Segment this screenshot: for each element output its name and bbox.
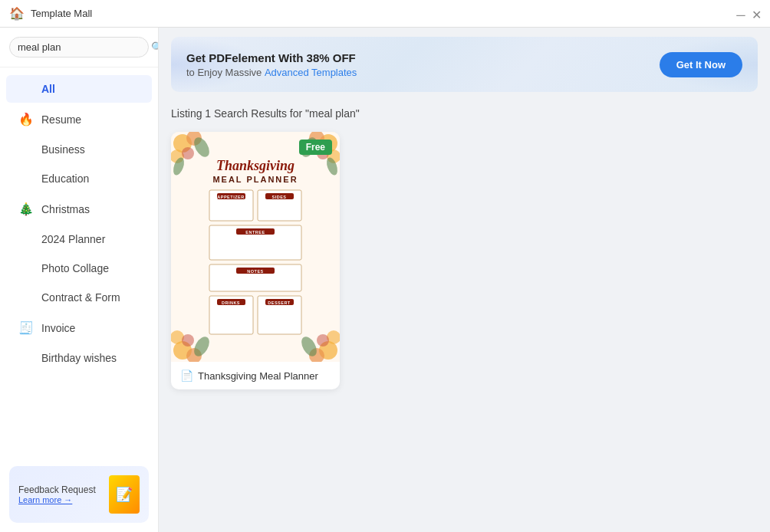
svg-point-16 [182,334,194,346]
sidebar-item-label: Resume [41,113,81,126]
feedback-link[interactable]: Learn more → [18,495,103,504]
sidebar-item-label: All [41,83,55,95]
invoice-icon: 🧾 [18,320,34,335]
title-bar: 🏠 Template Mall ─ ✕ [0,0,770,28]
content-area: Get PDFelement With 38% OFF to Enjoy Mas… [159,28,770,532]
app-icon: 🏠 [9,6,25,21]
sidebar-item-label: Education [41,172,89,185]
banner-title: Get PDFelement With 38% OFF [186,51,357,64]
sidebar-item-photo-collage[interactable]: Photo Collage [6,255,152,282]
card-title: 📄 Thanksgiving Meal Planner [171,362,340,389]
sidebar-item-christmas[interactable]: 🎄 Christmas [6,194,152,224]
sidebar-item-label: Christmas [41,203,90,215]
svg-text:ENTREE: ENTREE [245,230,265,235]
feedback-widget[interactable]: Feedback Request Learn more → 📝 [9,466,149,523]
svg-point-4 [182,147,194,159]
svg-text:MEAL PLANNER: MEAL PLANNER [212,175,298,184]
window-controls: ─ ✕ [736,9,761,18]
sidebar-item-business[interactable]: Business [6,136,152,163]
template-card-thanksgiving[interactable]: Free [171,132,340,389]
svg-point-21 [317,334,329,346]
svg-text:APPETIZER: APPETIZER [217,195,244,199]
sidebar-item-education[interactable]: Education [6,165,152,192]
sidebar-item-planner[interactable]: 2024 Planner [6,225,152,253]
sidebar-item-label: Photo Collage [41,262,109,274]
get-it-now-button[interactable]: Get It Now [660,52,742,77]
banner-subtitle: to Enjoy Massive Advanced Templates [186,67,357,78]
resume-icon: 🔥 [18,112,34,126]
close-button[interactable]: ✕ [752,9,761,18]
search-box[interactable]: 🔍 [9,37,149,57]
svg-text:NOTES: NOTES [247,269,263,274]
sidebar-nav: All 🔥 Resume Business Education 🎄 Christ… [0,67,158,457]
sidebar-item-birthday[interactable]: Birthday wishes [6,344,152,372]
minimize-button[interactable]: ─ [736,9,745,18]
sidebar-item-contract[interactable]: Contract & Form [6,284,152,311]
christmas-icon: 🎄 [18,202,34,216]
svg-text:Thanksgiving: Thanksgiving [216,158,295,173]
results-area: Listing 1 Search Results for "meal plan"… [159,98,770,532]
search-section: 🔍 [0,28,158,67]
svg-text:DRINKS: DRINKS [222,300,240,305]
search-input[interactable] [18,41,146,53]
sidebar: 🔍 All 🔥 Resume Business Education 🎄 [0,28,159,532]
sidebar-item-label: Invoice [41,322,75,334]
search-icon: 🔍 [151,41,159,53]
feedback-image: 📝 [109,475,140,514]
free-badge: Free [299,140,332,155]
svg-text:SIDES: SIDES [271,195,286,199]
sidebar-item-label: 2024 Planner [41,233,105,245]
sidebar-item-label: Business [41,143,85,156]
card-image: Free [171,132,340,362]
sidebar-item-resume[interactable]: 🔥 Resume [6,104,152,134]
app-title: Template Mall [31,8,92,19]
promo-banner: Get PDFelement With 38% OFF to Enjoy Mas… [171,37,758,92]
sidebar-item-invoice[interactable]: 🧾 Invoice [6,313,152,343]
results-grid: Free [171,132,758,389]
feedback-title: Feedback Request [18,484,103,495]
title-bar-left: 🏠 Template Mall [9,6,92,21]
results-header: Listing 1 Search Results for "meal plan" [171,107,758,120]
sidebar-item-all[interactable]: All [6,75,152,103]
sidebar-item-label: Contract & Form [41,291,120,304]
sidebar-item-label: Birthday wishes [41,352,117,364]
card-doc-icon: 📄 [180,369,193,382]
svg-text:DESSERT: DESSERT [268,300,291,305]
banner-text: Get PDFelement With 38% OFF to Enjoy Mas… [186,51,357,78]
